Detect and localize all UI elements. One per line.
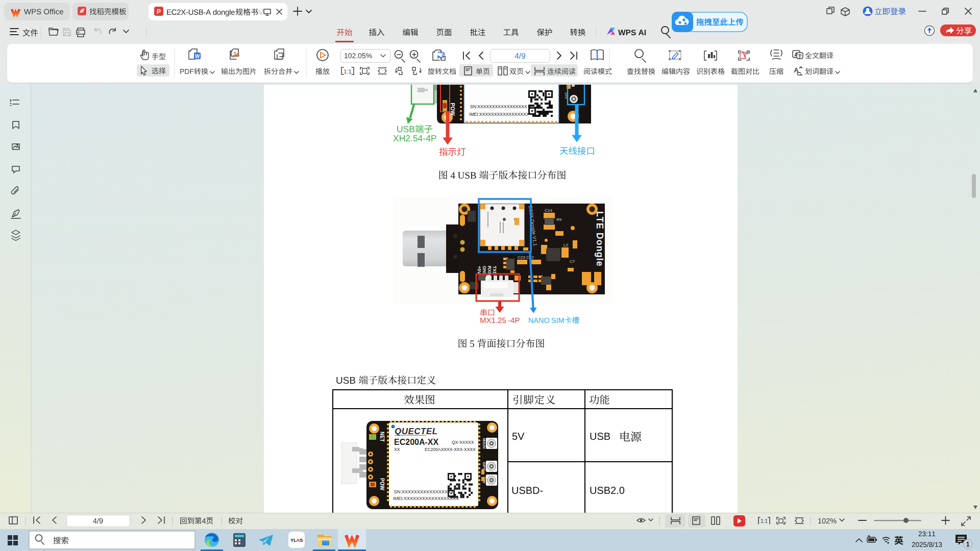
svg-text:P: P bbox=[157, 8, 161, 15]
svg-text:W: W bbox=[195, 54, 200, 59]
svg-text:1: 1 bbox=[966, 541, 970, 548]
svg-text:1:1: 1:1 bbox=[344, 68, 351, 74]
svg-text:S: S bbox=[300, 537, 303, 543]
svg-text:A: A bbox=[794, 66, 799, 74]
svg-text:YL: YL bbox=[290, 537, 297, 543]
svg-text:1:1: 1:1 bbox=[761, 518, 768, 524]
